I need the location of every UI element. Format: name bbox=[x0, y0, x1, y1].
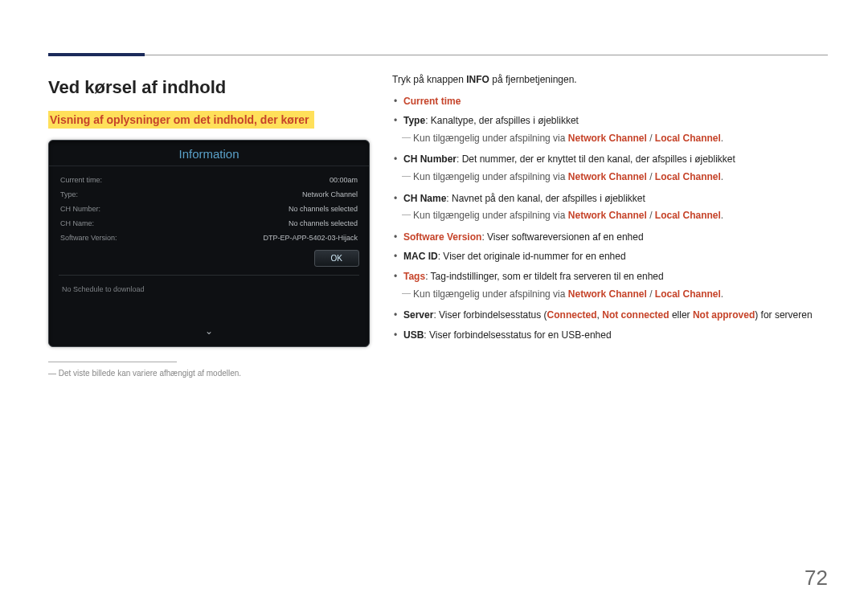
list-item: CH Name: Navnet på den kanal, der afspil… bbox=[392, 191, 820, 230]
chevron-down-icon: ⌄ bbox=[49, 325, 369, 340]
schedule-area: No Schedule to download bbox=[59, 275, 359, 329]
info-value: No channels selected bbox=[289, 205, 358, 213]
list-item: Server: Viser forbindelsesstatus (Connec… bbox=[392, 308, 820, 328]
list-item: Current time bbox=[392, 94, 820, 114]
list-item: USB: Viser forbindelsesstatus for en USB… bbox=[392, 328, 820, 348]
section-subheading: Visning af oplysninger om det indhold, d… bbox=[48, 111, 314, 129]
info-label: Software Version: bbox=[60, 234, 117, 242]
sub-note: Kun tilgængelig under afspilning via Net… bbox=[403, 129, 820, 148]
intro-text: Tryk på knappen INFO på fjernbetjeningen… bbox=[392, 72, 820, 88]
page-title: Ved kørsel af indhold bbox=[48, 77, 370, 98]
info-label: CH Number: bbox=[60, 205, 100, 213]
list-item: Tags: Tag-indstillinger, som er tildelt … bbox=[392, 269, 820, 308]
information-panel: Information Current time:00:00am Type:Ne… bbox=[48, 140, 370, 347]
info-row: Current time:00:00am bbox=[60, 173, 358, 187]
header-rule bbox=[48, 55, 828, 55]
footnote-divider bbox=[48, 362, 177, 362]
list-item: Type: Kanaltype, der afspilles i øjeblik… bbox=[392, 113, 820, 152]
info-value: Network Channel bbox=[302, 190, 358, 198]
list-item: MAC ID: Viser det originale id-nummer fo… bbox=[392, 249, 820, 269]
sub-note: Kun tilgængelig under afspilning via Net… bbox=[403, 167, 820, 186]
info-label: CH Name: bbox=[60, 219, 94, 227]
list-item: CH Number: Det nummer, der er knyttet ti… bbox=[392, 152, 820, 190]
sub-note: Kun tilgængelig under afspilning via Net… bbox=[403, 206, 820, 225]
info-value: DTP-EP-APP-5402-03-Hijack bbox=[263, 234, 358, 242]
bullet-list: Current time Type: Kanaltype, der afspil… bbox=[392, 94, 820, 348]
list-item: Software Version: Viser softwareversione… bbox=[392, 230, 820, 250]
sub-note: Kun tilgængelig under afspilning via Net… bbox=[403, 284, 820, 304]
info-label: Type: bbox=[60, 190, 78, 198]
page-number: 72 bbox=[805, 566, 828, 591]
footnote: ― Det viste billede kan variere afhængig… bbox=[48, 369, 370, 378]
info-label: Current time: bbox=[60, 176, 102, 184]
info-row: Software Version:DTP-EP-APP-5402-03-Hija… bbox=[60, 231, 358, 245]
info-row: CH Number:No channels selected bbox=[60, 202, 358, 216]
ok-button[interactable]: OK bbox=[314, 250, 359, 267]
header-accent bbox=[48, 53, 145, 56]
info-row: CH Name:No channels selected bbox=[60, 216, 358, 231]
info-value: No channels selected bbox=[289, 219, 358, 227]
info-row: Type:Network Channel bbox=[60, 187, 358, 202]
panel-title: Information bbox=[49, 141, 369, 166]
info-value: 00:00am bbox=[330, 176, 358, 184]
